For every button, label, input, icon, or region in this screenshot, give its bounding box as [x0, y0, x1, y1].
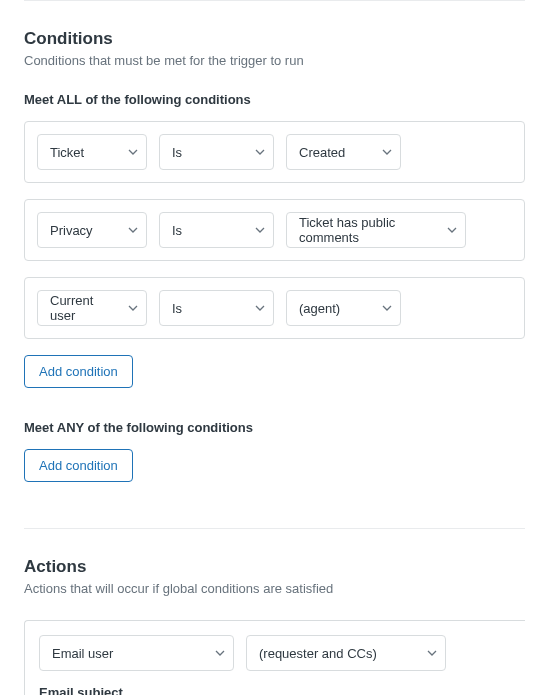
condition-field-select[interactable]: Ticket — [37, 134, 147, 170]
condition-row: Privacy Is Ticket has public comments — [24, 199, 525, 261]
chevron-down-icon — [128, 225, 138, 235]
chevron-down-icon — [215, 648, 225, 658]
chevron-down-icon — [255, 147, 265, 157]
dropdown-value: Ticket — [50, 145, 84, 160]
condition-value-select[interactable]: (agent) — [286, 290, 401, 326]
dropdown-value: Current user — [50, 293, 118, 323]
dropdown-value: Created — [299, 145, 345, 160]
conditions-title: Conditions — [24, 29, 525, 49]
conditions-subtitle: Conditions that must be met for the trig… — [24, 53, 525, 68]
chevron-down-icon — [427, 648, 437, 658]
dropdown-value: Ticket has public comments — [299, 215, 437, 245]
actions-title: Actions — [24, 557, 525, 577]
add-condition-button[interactable]: Add condition — [24, 449, 133, 482]
condition-operator-select[interactable]: Is — [159, 212, 274, 248]
section-divider — [24, 528, 525, 529]
chevron-down-icon — [382, 303, 392, 313]
conditions-section: Conditions Conditions that must be met f… — [0, 29, 549, 514]
chevron-down-icon — [128, 147, 138, 157]
action-type-select[interactable]: Email user — [39, 635, 234, 671]
dropdown-value: Is — [172, 301, 182, 316]
chevron-down-icon — [255, 225, 265, 235]
add-condition-button[interactable]: Add condition — [24, 355, 133, 388]
condition-operator-select[interactable]: Is — [159, 134, 274, 170]
chevron-down-icon — [255, 303, 265, 313]
chevron-down-icon — [382, 147, 392, 157]
condition-field-select[interactable]: Current user — [37, 290, 147, 326]
dropdown-value: Is — [172, 223, 182, 238]
action-card: Email user (requester and CCs) Email sub… — [24, 620, 525, 695]
condition-value-select[interactable]: Created — [286, 134, 401, 170]
actions-subtitle: Actions that will occur if global condit… — [24, 581, 525, 596]
dropdown-value: (requester and CCs) — [259, 646, 377, 661]
condition-operator-select[interactable]: Is — [159, 290, 274, 326]
meet-all-label: Meet ALL of the following conditions — [24, 92, 525, 107]
dropdown-value: Privacy — [50, 223, 93, 238]
condition-row: Ticket Is Created — [24, 121, 525, 183]
condition-row: Current user Is (agent) — [24, 277, 525, 339]
dropdown-value: (agent) — [299, 301, 340, 316]
email-subject-label: Email subject — [39, 685, 511, 695]
condition-value-select[interactable]: Ticket has public comments — [286, 212, 466, 248]
meet-any-label: Meet ANY of the following conditions — [24, 420, 525, 435]
action-target-select[interactable]: (requester and CCs) — [246, 635, 446, 671]
top-divider — [24, 0, 525, 1]
actions-section: Actions Actions that will occur if globa… — [0, 557, 549, 695]
chevron-down-icon — [447, 225, 457, 235]
dropdown-value: Is — [172, 145, 182, 160]
chevron-down-icon — [128, 303, 138, 313]
dropdown-value: Email user — [52, 646, 113, 661]
condition-field-select[interactable]: Privacy — [37, 212, 147, 248]
